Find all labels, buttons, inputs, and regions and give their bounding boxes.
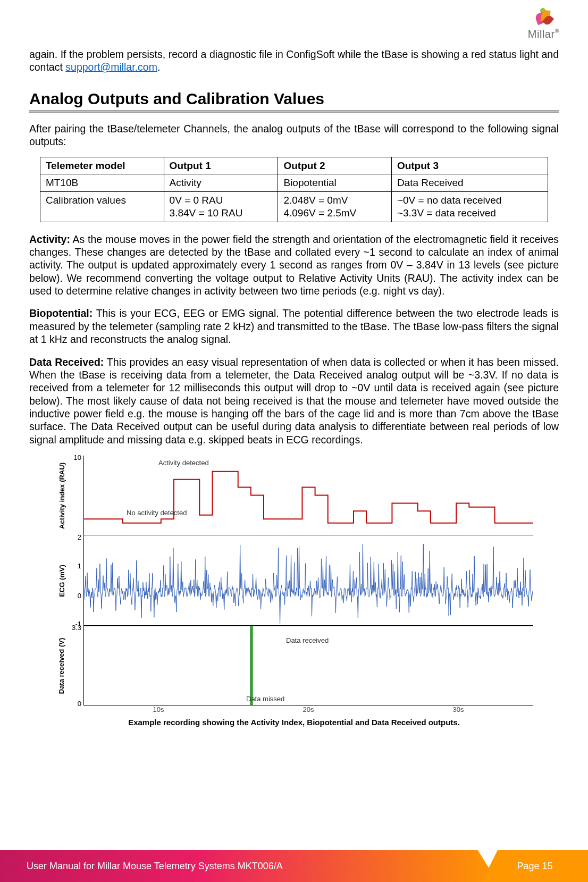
logo-petal-icon bbox=[534, 8, 553, 27]
table-row: Calibration values 0V = 0 RAU 3.84V = 10… bbox=[40, 192, 548, 222]
th: Telemeter model bbox=[40, 157, 164, 174]
th: Output 3 bbox=[391, 157, 548, 174]
biopotential-paragraph: Biopotential: This is your ECG, EEG or E… bbox=[29, 307, 559, 346]
th: Output 1 bbox=[164, 157, 278, 174]
chart1-ylabel: Activity index (RAU) bbox=[58, 463, 66, 529]
th: Output 2 bbox=[278, 157, 391, 174]
heading-rule bbox=[29, 110, 559, 113]
chart2-ylabel: ECG (mV) bbox=[58, 565, 66, 597]
example-chart: Activity index (RAU) 10 Activity detecte… bbox=[55, 456, 533, 727]
activity-label: Activity: bbox=[29, 233, 70, 245]
chart3-ylabel: Data received (V) bbox=[58, 637, 66, 694]
anno-activity-detected: Activity detected bbox=[158, 459, 209, 467]
section-heading: Analog Outputs and Calibration Values bbox=[29, 90, 559, 110]
brand-name: Millar bbox=[528, 28, 555, 40]
table-row: MT10B Activity Biopotential Data Receive… bbox=[40, 174, 548, 192]
activity-trace bbox=[84, 456, 533, 535]
continuation-after: . bbox=[157, 61, 160, 73]
footer-title: User Manual for Millar Mouse Telemetry S… bbox=[27, 861, 283, 872]
x-axis-ticks: 10s 20s 30s bbox=[83, 705, 533, 713]
footer-page: Page 15 bbox=[517, 861, 552, 872]
chart-caption: Example recording showing the Activity I… bbox=[55, 718, 533, 727]
ecg-trace bbox=[84, 535, 533, 625]
calibration-table: Telemeter model Output 1 Output 2 Output… bbox=[40, 157, 548, 222]
anno-data-received: Data received bbox=[286, 636, 329, 644]
brand-logo: Millar® bbox=[528, 8, 559, 40]
intro-paragraph: After pairing the tBase/telemeter Channe… bbox=[29, 122, 559, 148]
continuation-paragraph: again. If the problem persists, record a… bbox=[29, 48, 559, 74]
data-received-label: Data Received: bbox=[29, 356, 104, 368]
biopotential-label: Biopotential: bbox=[29, 307, 93, 319]
data-received-paragraph: Data Received: This provides an easy vis… bbox=[29, 356, 559, 447]
support-email-link[interactable]: support@millar.com bbox=[65, 61, 157, 73]
anno-no-activity: No activity detected bbox=[127, 509, 187, 517]
anno-data-missed: Data missed bbox=[246, 695, 284, 703]
table-header-row: Telemeter model Output 1 Output 2 Output… bbox=[40, 157, 548, 174]
activity-paragraph: Activity: As the mouse moves in the powe… bbox=[29, 233, 559, 298]
page-footer: User Manual for Millar Mouse Telemetry S… bbox=[0, 850, 588, 882]
